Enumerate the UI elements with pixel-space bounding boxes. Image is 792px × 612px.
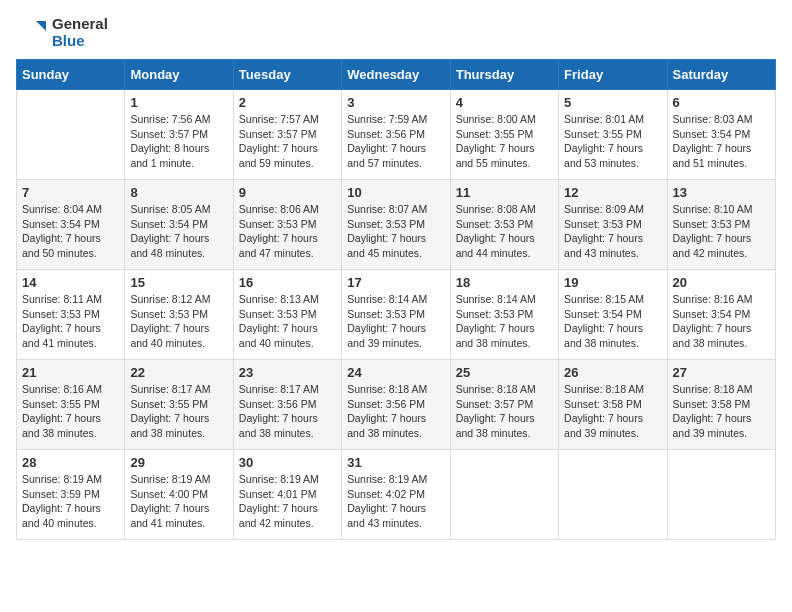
- day-number: 21: [22, 365, 119, 380]
- day-number: 25: [456, 365, 553, 380]
- day-info: Sunrise: 8:18 AM Sunset: 3:58 PM Dayligh…: [673, 382, 770, 441]
- day-info: Sunrise: 7:59 AM Sunset: 3:56 PM Dayligh…: [347, 112, 444, 171]
- day-number: 9: [239, 185, 336, 200]
- header-wednesday: Wednesday: [342, 60, 450, 90]
- calendar-cell: 4Sunrise: 8:00 AM Sunset: 3:55 PM Daylig…: [450, 90, 558, 180]
- calendar-cell: [17, 90, 125, 180]
- day-info: Sunrise: 8:18 AM Sunset: 3:58 PM Dayligh…: [564, 382, 661, 441]
- day-number: 18: [456, 275, 553, 290]
- day-info: Sunrise: 8:05 AM Sunset: 3:54 PM Dayligh…: [130, 202, 227, 261]
- calendar-cell: 24Sunrise: 8:18 AM Sunset: 3:56 PM Dayli…: [342, 360, 450, 450]
- day-info: Sunrise: 8:14 AM Sunset: 3:53 PM Dayligh…: [456, 292, 553, 351]
- header-monday: Monday: [125, 60, 233, 90]
- header-friday: Friday: [559, 60, 667, 90]
- calendar-cell: 23Sunrise: 8:17 AM Sunset: 3:56 PM Dayli…: [233, 360, 341, 450]
- day-info: Sunrise: 8:13 AM Sunset: 3:53 PM Dayligh…: [239, 292, 336, 351]
- calendar-cell: [559, 450, 667, 540]
- calendar-week-row: 14Sunrise: 8:11 AM Sunset: 3:53 PM Dayli…: [17, 270, 776, 360]
- day-number: 13: [673, 185, 770, 200]
- calendar-cell: 20Sunrise: 8:16 AM Sunset: 3:54 PM Dayli…: [667, 270, 775, 360]
- day-number: 28: [22, 455, 119, 470]
- day-number: 1: [130, 95, 227, 110]
- calendar-cell: 21Sunrise: 8:16 AM Sunset: 3:55 PM Dayli…: [17, 360, 125, 450]
- header-sunday: Sunday: [17, 60, 125, 90]
- calendar-week-row: 7Sunrise: 8:04 AM Sunset: 3:54 PM Daylig…: [17, 180, 776, 270]
- calendar-header-row: SundayMondayTuesdayWednesdayThursdayFrid…: [17, 60, 776, 90]
- calendar-cell: 25Sunrise: 8:18 AM Sunset: 3:57 PM Dayli…: [450, 360, 558, 450]
- calendar-cell: 26Sunrise: 8:18 AM Sunset: 3:58 PM Dayli…: [559, 360, 667, 450]
- day-info: Sunrise: 7:56 AM Sunset: 3:57 PM Dayligh…: [130, 112, 227, 171]
- day-info: Sunrise: 8:00 AM Sunset: 3:55 PM Dayligh…: [456, 112, 553, 171]
- logo: General Blue: [16, 16, 108, 49]
- day-info: Sunrise: 8:16 AM Sunset: 3:55 PM Dayligh…: [22, 382, 119, 441]
- day-info: Sunrise: 8:19 AM Sunset: 3:59 PM Dayligh…: [22, 472, 119, 531]
- logo-svg: [16, 17, 48, 49]
- calendar-cell: 10Sunrise: 8:07 AM Sunset: 3:53 PM Dayli…: [342, 180, 450, 270]
- calendar-table: SundayMondayTuesdayWednesdayThursdayFrid…: [16, 59, 776, 540]
- logo-blue: Blue: [52, 33, 108, 50]
- day-number: 4: [456, 95, 553, 110]
- day-number: 31: [347, 455, 444, 470]
- calendar-cell: 16Sunrise: 8:13 AM Sunset: 3:53 PM Dayli…: [233, 270, 341, 360]
- calendar-cell: 30Sunrise: 8:19 AM Sunset: 4:01 PM Dayli…: [233, 450, 341, 540]
- day-info: Sunrise: 8:10 AM Sunset: 3:53 PM Dayligh…: [673, 202, 770, 261]
- day-number: 27: [673, 365, 770, 380]
- day-info: Sunrise: 8:19 AM Sunset: 4:00 PM Dayligh…: [130, 472, 227, 531]
- calendar-cell: 22Sunrise: 8:17 AM Sunset: 3:55 PM Dayli…: [125, 360, 233, 450]
- day-info: Sunrise: 8:06 AM Sunset: 3:53 PM Dayligh…: [239, 202, 336, 261]
- calendar-cell: 11Sunrise: 8:08 AM Sunset: 3:53 PM Dayli…: [450, 180, 558, 270]
- calendar-week-row: 28Sunrise: 8:19 AM Sunset: 3:59 PM Dayli…: [17, 450, 776, 540]
- calendar-cell: 6Sunrise: 8:03 AM Sunset: 3:54 PM Daylig…: [667, 90, 775, 180]
- day-number: 10: [347, 185, 444, 200]
- day-info: Sunrise: 8:15 AM Sunset: 3:54 PM Dayligh…: [564, 292, 661, 351]
- day-number: 24: [347, 365, 444, 380]
- day-number: 23: [239, 365, 336, 380]
- day-number: 2: [239, 95, 336, 110]
- day-info: Sunrise: 8:01 AM Sunset: 3:55 PM Dayligh…: [564, 112, 661, 171]
- calendar-cell: 18Sunrise: 8:14 AM Sunset: 3:53 PM Dayli…: [450, 270, 558, 360]
- day-number: 3: [347, 95, 444, 110]
- calendar-week-row: 21Sunrise: 8:16 AM Sunset: 3:55 PM Dayli…: [17, 360, 776, 450]
- day-number: 16: [239, 275, 336, 290]
- day-info: Sunrise: 7:57 AM Sunset: 3:57 PM Dayligh…: [239, 112, 336, 171]
- day-info: Sunrise: 8:19 AM Sunset: 4:01 PM Dayligh…: [239, 472, 336, 531]
- day-number: 22: [130, 365, 227, 380]
- day-number: 14: [22, 275, 119, 290]
- calendar-cell: 1Sunrise: 7:56 AM Sunset: 3:57 PM Daylig…: [125, 90, 233, 180]
- day-number: 5: [564, 95, 661, 110]
- calendar-cell: 31Sunrise: 8:19 AM Sunset: 4:02 PM Dayli…: [342, 450, 450, 540]
- day-info: Sunrise: 8:17 AM Sunset: 3:56 PM Dayligh…: [239, 382, 336, 441]
- day-number: 26: [564, 365, 661, 380]
- day-info: Sunrise: 8:16 AM Sunset: 3:54 PM Dayligh…: [673, 292, 770, 351]
- day-number: 20: [673, 275, 770, 290]
- calendar-week-row: 1Sunrise: 7:56 AM Sunset: 3:57 PM Daylig…: [17, 90, 776, 180]
- day-number: 11: [456, 185, 553, 200]
- day-info: Sunrise: 8:12 AM Sunset: 3:53 PM Dayligh…: [130, 292, 227, 351]
- day-number: 15: [130, 275, 227, 290]
- calendar-cell: 5Sunrise: 8:01 AM Sunset: 3:55 PM Daylig…: [559, 90, 667, 180]
- header-tuesday: Tuesday: [233, 60, 341, 90]
- day-info: Sunrise: 8:09 AM Sunset: 3:53 PM Dayligh…: [564, 202, 661, 261]
- day-info: Sunrise: 8:14 AM Sunset: 3:53 PM Dayligh…: [347, 292, 444, 351]
- logo-general: General: [52, 16, 108, 33]
- calendar-cell: 15Sunrise: 8:12 AM Sunset: 3:53 PM Dayli…: [125, 270, 233, 360]
- page-header: General Blue: [16, 16, 776, 49]
- day-number: 12: [564, 185, 661, 200]
- calendar-cell: 7Sunrise: 8:04 AM Sunset: 3:54 PM Daylig…: [17, 180, 125, 270]
- day-number: 6: [673, 95, 770, 110]
- day-info: Sunrise: 8:03 AM Sunset: 3:54 PM Dayligh…: [673, 112, 770, 171]
- day-number: 8: [130, 185, 227, 200]
- calendar-cell: [667, 450, 775, 540]
- day-info: Sunrise: 8:19 AM Sunset: 4:02 PM Dayligh…: [347, 472, 444, 531]
- header-saturday: Saturday: [667, 60, 775, 90]
- day-info: Sunrise: 8:08 AM Sunset: 3:53 PM Dayligh…: [456, 202, 553, 261]
- day-info: Sunrise: 8:18 AM Sunset: 3:56 PM Dayligh…: [347, 382, 444, 441]
- day-number: 17: [347, 275, 444, 290]
- day-info: Sunrise: 8:07 AM Sunset: 3:53 PM Dayligh…: [347, 202, 444, 261]
- calendar-cell: 28Sunrise: 8:19 AM Sunset: 3:59 PM Dayli…: [17, 450, 125, 540]
- calendar-cell: 2Sunrise: 7:57 AM Sunset: 3:57 PM Daylig…: [233, 90, 341, 180]
- calendar-cell: 8Sunrise: 8:05 AM Sunset: 3:54 PM Daylig…: [125, 180, 233, 270]
- calendar-cell: 29Sunrise: 8:19 AM Sunset: 4:00 PM Dayli…: [125, 450, 233, 540]
- day-number: 7: [22, 185, 119, 200]
- calendar-cell: 17Sunrise: 8:14 AM Sunset: 3:53 PM Dayli…: [342, 270, 450, 360]
